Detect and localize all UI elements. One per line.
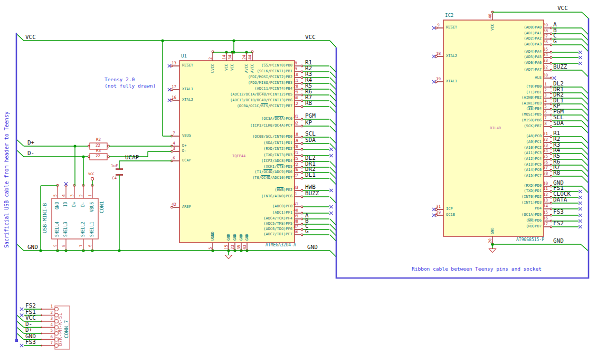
pin-name: ID: [64, 202, 68, 207]
pin-number: 9: [434, 23, 442, 27]
pin-number: 26: [541, 160, 551, 165]
pin-end-circle: [301, 100, 303, 102]
net-label: FS3: [553, 209, 564, 215]
pin-number: 10: [541, 181, 551, 186]
net-label: R8: [553, 170, 560, 176]
pin-name: (INT1)PD3: [447, 201, 542, 205]
pin-name: UCAP: [182, 159, 191, 162]
pin-name: D-: [182, 149, 186, 153]
pin-name: (RXD)PD0: [447, 184, 542, 188]
pin-end-circle: [301, 171, 303, 174]
pin-number: 2: [79, 194, 83, 197]
pin-number: 24: [242, 55, 247, 60]
pin-end-circle: [301, 76, 303, 79]
pin-end-circle: [301, 196, 303, 198]
pin-number: 29: [434, 210, 442, 215]
con1-part: USB-MINI-B: [42, 203, 48, 233]
net-label: GND: [27, 244, 38, 250]
connector-pin-circle: [55, 308, 59, 311]
pin-number: 22: [541, 138, 551, 142]
pin-end-circle: [301, 125, 303, 127]
pin-name: VCC: [225, 64, 229, 71]
pin-name: (A8)PC0: [447, 135, 542, 138]
pin-name: (A12)PC4: [447, 157, 542, 161]
pin-number: 35: [541, 47, 551, 52]
pin-name: XTAL1: [446, 80, 457, 83]
conn7-part: B7K-PH-K-S1: [58, 313, 63, 346]
pin-name: (A11)PC3: [447, 151, 542, 155]
pin-number: 21: [541, 132, 551, 136]
pin-name: (WR)PD6: [447, 219, 542, 223]
net-label: HWB: [305, 184, 316, 190]
pin-name: (TXD/INT3)PD3: [183, 154, 292, 157]
net-label: FS3: [25, 339, 36, 345]
pin-name: (ICP2/ADC8)PD4: [183, 159, 292, 163]
pin-number: 23: [541, 143, 551, 148]
pin-name: (AD6)PA6: [447, 61, 542, 65]
pin-number: 5: [541, 104, 551, 109]
pin-end-circle: [301, 94, 303, 96]
pin-number: 4: [170, 141, 178, 146]
pin-name: (SCK)PB7: [447, 124, 542, 128]
pin-name: SHELL3: [64, 222, 68, 237]
pin-name: (OC3A/OC4A)PC6: [183, 117, 292, 121]
c4-value: 1uF: [111, 164, 118, 168]
pin-name: RESET: [182, 64, 193, 68]
pin-name: (A15)PC7: [447, 174, 542, 178]
net-label: D+: [25, 327, 32, 333]
pin-number: 42: [170, 203, 178, 207]
pin-name: (AD7)PA7: [447, 68, 542, 72]
pin-name: GND: [227, 234, 231, 241]
pin-name: (A14)PC6: [447, 168, 542, 172]
pin-end-circle: [550, 175, 552, 177]
pin-name: VBUS: [182, 134, 191, 138]
pin-number: 7: [170, 131, 178, 136]
pin-name: (PDI/MOSI/PCINT2)PB2: [183, 75, 292, 79]
pin-number: 9: [53, 244, 58, 247]
pin-number: 38: [541, 29, 551, 33]
pin-end-circle: [550, 77, 552, 79]
pin-name: (SS)PB4: [447, 107, 542, 111]
r3-ref: R3: [96, 149, 101, 153]
pin-name: D+: [182, 144, 186, 148]
pin-name: (PDO/MISO/PCINT3)PB3: [183, 81, 292, 85]
pin-name: (ADC13/OC1B/OC4B/PCINT13)PB6: [183, 99, 292, 102]
pin-name: (SS/PCINT0)PB0: [183, 64, 292, 68]
pin-number: 2: [541, 88, 551, 92]
pin-name: (A13)PC5: [447, 163, 542, 167]
pin-number: 2: [46, 311, 53, 315]
pin-name: (ADC0)PF0: [183, 205, 292, 208]
pin-number: 18: [434, 52, 442, 56]
pin-name: (OC1A)PD5: [447, 213, 542, 217]
pin-name: SHELL4: [55, 222, 60, 237]
pin-number: 3: [70, 194, 74, 197]
pin-number: 4: [46, 323, 53, 327]
pin-name: UGND: [211, 232, 215, 241]
pin-name: AREF: [182, 205, 191, 209]
pin-end-circle: [301, 155, 303, 157]
net-label: SDA: [553, 120, 564, 126]
pin-name: (T1)PB1: [447, 91, 542, 94]
pin-end-circle: [301, 148, 303, 150]
pin-name: GND: [491, 227, 495, 234]
pin-number: 17: [541, 222, 551, 226]
schematic-canvas: Teensy 2.0 (not fully drawn) Ribbon cabl…: [0, 0, 597, 364]
net-label: BUZZ: [553, 64, 567, 70]
pin-end-circle: [301, 234, 303, 236]
note-teensy-line1: Teensy 2.0: [105, 77, 135, 82]
r2-value: 22: [96, 143, 100, 148]
pin-name: (AD5)PA5: [447, 55, 542, 59]
pin-end-circle: [301, 88, 303, 90]
ic2-part: AT90S8515-P: [516, 238, 544, 242]
ic2-ref: IC2: [445, 13, 453, 18]
pin-name: (A10)PC2: [447, 146, 542, 150]
pin-name: (AD1)PA1: [447, 32, 542, 35]
pin-end-circle: [550, 226, 552, 228]
pin-number: 19: [434, 77, 442, 81]
net-label: UCAP: [125, 155, 139, 160]
pin-name: (INT0)PD2: [447, 195, 542, 199]
pin-number: 12: [541, 193, 551, 197]
pin-name: (AIN1)PB3: [447, 102, 542, 106]
pin-end-circle: [301, 142, 303, 145]
pin-name: OC1B: [446, 213, 455, 217]
